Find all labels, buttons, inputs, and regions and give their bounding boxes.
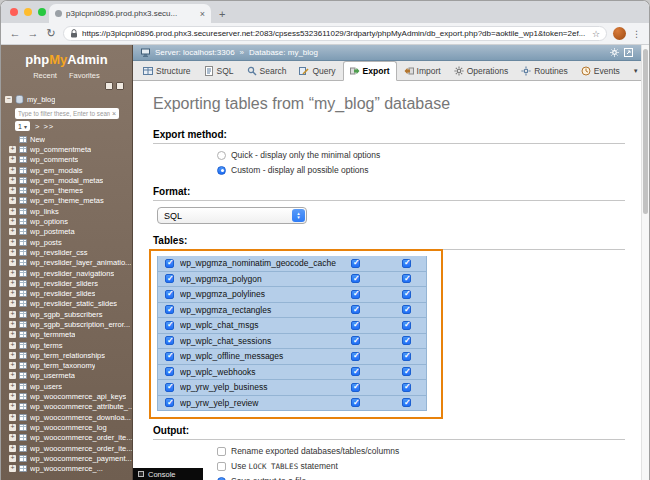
expand-icon[interactable]: [9, 280, 16, 287]
sidebar-table-item[interactable]: wp_comments: [1, 155, 132, 165]
structure-checkbox[interactable]: [351, 259, 360, 268]
expand-icon[interactable]: [9, 259, 16, 266]
sidebar-table-item[interactable]: wp_options: [1, 216, 132, 226]
table-row[interactable]: wp_wpgmza_rectangles: [157, 303, 427, 319]
collapse-icon[interactable]: [5, 96, 12, 103]
sidebar-table-item[interactable]: wp_term_taxonomy: [1, 361, 132, 371]
sidebar-table-item[interactable]: wp_em_modal_metas: [1, 175, 132, 185]
table-row[interactable]: wp_wpgmza_polylines: [157, 287, 427, 303]
panel-settings-icon[interactable]: [116, 82, 124, 90]
table-row[interactable]: wp_wplc_webhooks: [157, 365, 427, 381]
page-next-links[interactable]: > >>: [35, 122, 54, 131]
sidebar-item-new[interactable]: New: [1, 134, 132, 144]
table-select-checkbox[interactable]: [165, 259, 174, 268]
expand-icon[interactable]: [9, 372, 16, 379]
settings-gear-icon[interactable]: [610, 48, 619, 57]
expand-icon[interactable]: [9, 156, 16, 163]
structure-checkbox[interactable]: [351, 398, 360, 407]
profile-avatar[interactable]: [613, 27, 626, 40]
expand-icon[interactable]: [9, 362, 16, 369]
tab-close-icon[interactable]: ×: [200, 9, 205, 19]
sidebar-table-item[interactable]: wp_users: [1, 381, 132, 391]
sidebar-table-item[interactable]: wp_terms: [1, 340, 132, 350]
forward-icon[interactable]: →: [27, 28, 39, 39]
data-checkbox[interactable]: [402, 305, 411, 314]
expand-icon[interactable]: [9, 300, 16, 307]
expand-icon[interactable]: [9, 187, 16, 194]
sidebar-table-item[interactable]: wp_revslider_layer_animatio...: [1, 258, 132, 268]
data-checkbox[interactable]: [402, 383, 411, 392]
expand-icon[interactable]: [9, 270, 16, 277]
table-row[interactable]: wp_wpgmza_nominatim_geocode_cache: [157, 256, 427, 272]
table-row[interactable]: wp_wplc_offline_messages: [157, 349, 427, 365]
expand-icon[interactable]: [9, 197, 16, 204]
table-select-checkbox[interactable]: [165, 383, 174, 392]
table-select-checkbox[interactable]: [165, 336, 174, 345]
data-checkbox[interactable]: [402, 259, 411, 268]
sidebar-table-item[interactable]: wp_links: [1, 206, 132, 216]
sidebar-table-item[interactable]: wp_em_theme_metas: [1, 196, 132, 206]
url-text[interactable]: https://p3plcpnl0896.prod.phx3.secureser…: [82, 29, 588, 38]
lock-tables-option[interactable]: Use LOCK TABLES statement: [217, 461, 625, 471]
sidebar-table-item[interactable]: wp_sgpb_subscription_error...: [1, 319, 132, 329]
expand-icon[interactable]: [9, 208, 16, 215]
collapse-all-icon[interactable]: [105, 82, 113, 90]
expand-icon[interactable]: [9, 455, 16, 462]
tab-operations[interactable]: Operations: [448, 61, 515, 80]
lock-tables-checkbox[interactable]: [217, 462, 226, 471]
custom-radio[interactable]: [217, 166, 226, 175]
breadcrumb-server[interactable]: Server: localhost:3306: [155, 48, 235, 57]
expand-icon[interactable]: [9, 228, 16, 235]
minimize-window-button[interactable]: [24, 8, 32, 16]
expand-icon[interactable]: [9, 352, 16, 359]
expand-icon[interactable]: [9, 239, 16, 246]
sidebar-table-item[interactable]: wp_woocommerce_attribute_...: [1, 402, 132, 412]
save-output-radio[interactable]: [217, 477, 226, 480]
sidebar-table-item[interactable]: wp_woocommerce_payment...: [1, 453, 132, 463]
data-checkbox[interactable]: [402, 321, 411, 330]
sidebar-table-item[interactable]: wp_termmeta: [1, 330, 132, 340]
structure-checkbox[interactable]: [351, 274, 360, 283]
pma-logo[interactable]: phpMyAdmin: [1, 45, 132, 69]
recent-dropdown[interactable]: Recent: [33, 71, 57, 80]
bookmark-star-icon[interactable]: ☆: [592, 29, 600, 39]
expand-icon[interactable]: [9, 311, 16, 318]
page-scrollbar[interactable]: [641, 45, 649, 480]
close-window-button[interactable]: [10, 8, 18, 16]
save-output-option[interactable]: Save output to a file: [217, 476, 625, 480]
structure-checkbox[interactable]: [351, 336, 360, 345]
structure-checkbox[interactable]: [351, 352, 360, 361]
expand-icon[interactable]: [9, 383, 16, 390]
new-tab-button[interactable]: +: [219, 8, 225, 23]
expand-panel-icon[interactable]: [624, 48, 633, 57]
expand-icon[interactable]: [9, 167, 16, 174]
tree-filter-input[interactable]: Type to filter these, Enter to search ×: [15, 108, 119, 119]
tab-routines[interactable]: Routines: [515, 61, 574, 80]
sidebar-table-item[interactable]: wp_woocommerce_order_ite...: [1, 433, 132, 443]
expand-icon[interactable]: [9, 393, 16, 400]
table-select-checkbox[interactable]: [165, 352, 174, 361]
expand-icon[interactable]: [9, 290, 16, 297]
structure-checkbox[interactable]: [351, 290, 360, 299]
browser-menu-icon[interactable]: ⋮: [632, 29, 641, 39]
table-select-checkbox[interactable]: [165, 367, 174, 376]
sidebar-table-item[interactable]: wp_revslider_navigations: [1, 268, 132, 278]
quick-radio[interactable]: [217, 151, 226, 160]
rename-option[interactable]: Rename exported databases/tables/columns: [217, 446, 625, 456]
sidebar-table-item[interactable]: wp_commentmeta: [1, 144, 132, 154]
sidebar-table-item[interactable]: wp_sgpb_subscribers: [1, 309, 132, 319]
expand-icon[interactable]: [9, 465, 16, 472]
expand-icon[interactable]: [9, 342, 16, 349]
sidebar-table-item[interactable]: wp_revslider_static_slides: [1, 299, 132, 309]
expand-icon[interactable]: [9, 424, 16, 431]
table-row[interactable]: wp_wplc_chat_msgs: [157, 318, 427, 334]
address-bar[interactable]: https://p3plcpnl0896.prod.phx3.secureser…: [63, 26, 607, 41]
table-row[interactable]: wp_wplc_chat_sessions: [157, 334, 427, 350]
table-row[interactable]: wp_wpgmza_polygon: [157, 272, 427, 288]
expand-icon[interactable]: [9, 445, 16, 452]
expand-icon[interactable]: [9, 249, 16, 256]
expand-icon[interactable]: [9, 218, 16, 225]
tab-import[interactable]: Import: [398, 61, 447, 80]
expand-icon[interactable]: [9, 403, 16, 410]
structure-checkbox[interactable]: [351, 367, 360, 376]
